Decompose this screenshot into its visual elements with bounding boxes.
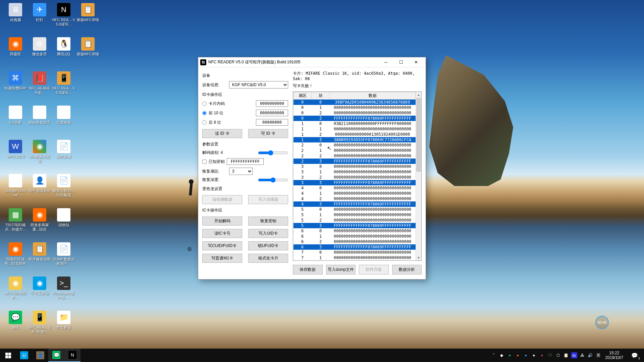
table-row[interactable]: 0100000000000000000000000000000000 <box>293 105 416 110</box>
tray-network-icon[interactable]: 🖧 <box>579 349 586 362</box>
table-row[interactable]: 5100000000000000000000000000000000 <box>293 212 416 218</box>
save-data-button[interactable]: 保存数据 <box>293 265 323 275</box>
tray-icon-7[interactable]: 🛡 <box>546 349 554 362</box>
known-key-checkbox[interactable] <box>202 160 207 164</box>
table-row[interactable]: 3200000000000000000000000000000000 <box>293 175 416 180</box>
table-row[interactable]: 5000000000000000000000000000000000 <box>293 207 416 212</box>
data-grid[interactable]: 扇区 块 数据 00398F9A2D0108040062363465667686… <box>293 92 422 261</box>
write-m1-button[interactable]: 写普通M1卡 <box>202 254 242 263</box>
table-row[interactable]: 1003B21100000000000FFFFFFFFF000000 <box>293 121 416 126</box>
desktop-icon[interactable]: 🖥此电脑 <box>3 2 28 36</box>
table-row[interactable]: 4100000000000000000000000000000000 <box>293 191 416 196</box>
vertical-scrollbar[interactable]: ▲ ▼ <box>416 92 421 260</box>
id-last8-input[interactable] <box>256 119 288 126</box>
desktop-icon[interactable]: 📋新版NFC详情 <box>76 2 100 36</box>
tray-icon-5[interactable]: ● <box>530 349 538 362</box>
recover-sector-combo[interactable]: 3 <box>229 168 253 175</box>
desktop-icon[interactable]: 📋程序修改说明 <box>28 241 52 275</box>
table-row[interactable]: 6000000000000000000000000000000000 <box>293 228 416 234</box>
col-data[interactable]: 数据 <box>330 92 416 100</box>
desktop-icon[interactable]: ∞百度网盘 <box>52 104 76 138</box>
desktop-icon[interactable]: 🐧腾讯QQ <box>52 36 76 70</box>
lock-ufuid-button[interactable]: 锁UFUID卡 <box>248 241 288 250</box>
table-row[interactable]: 23FFFFFFFFFFFFFF078069FFFFFFFFFFFF <box>293 159 416 164</box>
table-row[interactable]: 3000000000000000000000000000000000 <box>293 164 416 169</box>
desktop-icon[interactable]: 📁中文界面 <box>52 309 76 344</box>
table-row[interactable]: 4200000000000000000000000000000000 <box>293 196 416 201</box>
known-key-input[interactable] <box>227 158 264 165</box>
read-ic-button[interactable]: 读IC卡号 <box>202 229 242 238</box>
table-row[interactable]: 63FFFFFFFFFFFFFF078069FFFFFFFFFFFF <box>293 244 416 250</box>
desktop-icon[interactable]: NNFC REA... V5.0读写... <box>52 2 76 36</box>
table-row[interactable]: 13388B99293035FF078069C77266D6CFCA <box>293 137 416 142</box>
desktop-icon[interactable]: ⌘快递快赞ERP <box>3 70 28 104</box>
recover-key-button[interactable]: 恢复密钥 <box>248 217 288 226</box>
desktop-icon[interactable]: 🗑回收站 <box>52 207 76 241</box>
desktop-icon[interactable]: 📕NFC READER读... <box>28 70 52 104</box>
col-block[interactable]: 块 <box>312 92 330 100</box>
table-row[interactable]: 1100000000000000000000000000000000 <box>293 126 416 132</box>
table-row[interactable]: 2100000000000000000000000000000000 <box>293 148 416 153</box>
radio-last8[interactable] <box>202 120 207 125</box>
scroll-down-icon[interactable]: ▼ <box>416 255 421 260</box>
desktop-icon[interactable]: >_Proxmark3客户端 - ... <box>52 275 76 309</box>
write-uid-button[interactable]: 写入UID卡 <box>248 229 288 238</box>
scrollbar-thumb[interactable] <box>416 98 421 172</box>
data-analysis-button[interactable]: 数据分析 <box>392 265 422 275</box>
tray-icon-4[interactable]: ● <box>522 349 530 362</box>
desktop-icon[interactable]: 🖨路由密盘助手 <box>28 104 52 138</box>
decode-level-slider[interactable] <box>258 150 288 156</box>
col-sector[interactable]: 扇区 <box>293 92 312 100</box>
desktop-icon[interactable]: ◉阿里旺 <box>3 36 28 70</box>
table-row[interactable]: 6200000000000000000000000000000000 <box>293 239 416 244</box>
desktop-icon[interactable]: 📱NFC REA... V5.0读写... <box>52 70 76 104</box>
tray-icon-9[interactable]: 📋 <box>562 349 570 362</box>
notification-center[interactable]: 💬2 <box>627 349 643 362</box>
table-row[interactable]: 33FFFFFFFFFFFFFF078069FFFFFFFFFFFF <box>293 180 416 185</box>
table-row[interactable]: 03FFFFFFFFFFFFFF078069FFFFFFFFFFFF <box>293 116 416 121</box>
table-row[interactable]: 3100000000000000000000000000000000 <box>293 169 416 175</box>
tray-icon-8[interactable]: ⬡ <box>554 349 562 362</box>
titlebar[interactable]: N NFC READER V5.0 读写程序(旗舰版) Build:191005… <box>198 57 426 67</box>
task-wechat[interactable]: 💬 <box>48 349 64 362</box>
tray-volume-icon[interactable]: 🔊 <box>587 349 594 362</box>
tray-baidu-icon[interactable]: du <box>571 352 577 358</box>
tray-icon-6[interactable]: ● <box>538 349 546 362</box>
desktop-icon[interactable]: ◉360极速浏览器 <box>28 138 52 173</box>
id-first10-input[interactable] <box>256 110 288 116</box>
table-row[interactable]: 43FFFFFFFFFFFFFF078069FFFFFFFFFFFF <box>293 201 416 207</box>
import-dump-button[interactable]: 导入dump文件 <box>326 265 356 275</box>
desktop-icon[interactable]: 📄操作步骤 <box>52 138 76 173</box>
table-row[interactable]: 2200000000000000000000000000000000 <box>293 153 416 159</box>
task-app-2[interactable]: 👤 <box>32 349 48 362</box>
desktop-icon[interactable]: 📄DUMP数据分析助手... <box>52 241 76 275</box>
desktop-icon[interactable]: ◉研发多商家重...综合 <box>28 207 52 241</box>
tray-chevron-up-icon[interactable]: ˄ <box>490 349 497 362</box>
table-row[interactable]: 0200000000000000000000000000000000 <box>293 110 416 116</box>
desktop-icon[interactable]: ◉NFC READER ... <box>3 275 28 309</box>
format-card-button[interactable]: 格式化卡片 <box>248 254 288 263</box>
recover-depth-slider[interactable] <box>258 177 288 183</box>
read-id-button[interactable]: 读 ID 卡 <box>202 129 242 138</box>
tray-icon-3[interactable]: ● <box>514 349 522 362</box>
start-button[interactable] <box>0 349 16 362</box>
desktop-icon[interactable]: WWPS 2019 <box>3 138 28 173</box>
write-cuid-button[interactable]: 写CUID/FUID卡 <box>202 241 242 250</box>
tray-icon-1[interactable]: ◆ <box>498 349 505 362</box>
table-row[interactable]: 1200000000000000013051924091E0000 <box>293 132 416 137</box>
desktop-icon[interactable]: ◉千牛工作台 <box>28 275 52 309</box>
table-row[interactable]: 7100000000000000000000000000000000 <box>293 255 416 260</box>
desktop-icon[interactable]: ✈钉钉 <box>28 2 52 36</box>
device-combo[interactable]: KGF NFC&ID V5.0 <box>229 81 288 88</box>
desktop-icon[interactable]: 💬微信 <box>3 309 28 344</box>
table-row[interactable]: 00398F9A2D01080400623634656676869 <box>293 100 416 105</box>
id-internal-input[interactable] <box>256 100 288 107</box>
table-row[interactable]: 53FFFFFFFFFFFFFF078069FFFFFFFFFFFF <box>293 223 416 228</box>
desktop-icon[interactable]: 👤阿甲管理系统 <box>28 173 52 207</box>
desktop-icon[interactable]: ▦T557/写ID格式 - 快捷方... <box>3 207 28 241</box>
write-id-button[interactable]: 写 ID 卡 <box>248 129 288 138</box>
desktop-icon[interactable]: ◉Google Chrome <box>3 173 28 207</box>
radio-first10[interactable] <box>202 111 207 115</box>
desktop-icon[interactable]: 📱NFC REA... V4 - 快捷... <box>28 309 52 344</box>
start-decode-button[interactable]: 开始解码 <box>202 217 242 226</box>
